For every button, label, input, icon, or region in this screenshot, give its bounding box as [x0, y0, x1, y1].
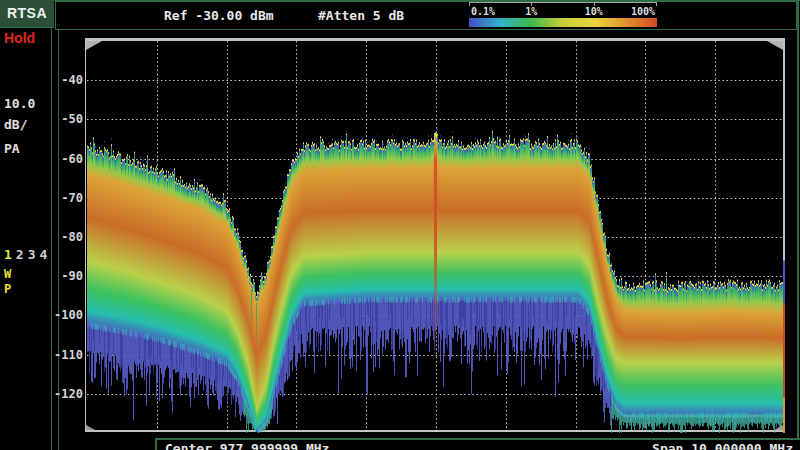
- attenuation-readout[interactable]: #Atten 5 dB: [318, 8, 404, 23]
- legend-gradient-bar: [469, 18, 657, 27]
- legend-tick: [656, 2, 657, 6]
- plot-corner-wedge: [767, 41, 783, 50]
- density-legend: 0.1%1%10%100%: [469, 1, 659, 27]
- y-axis-label: -70: [54, 191, 83, 205]
- legend-label: 0.1%: [471, 6, 495, 17]
- legend-label: 100%: [631, 6, 655, 17]
- y-axis-label: -120: [54, 387, 83, 401]
- ref-level-readout[interactable]: Ref -30.00 dBm: [164, 8, 274, 23]
- trace-write-flag: W: [4, 267, 11, 281]
- rtsa-mode-tab[interactable]: RTSA: [0, 0, 54, 28]
- center-frequency-readout[interactable]: Center 977.999999 MHz: [165, 441, 329, 450]
- y-axis-label: -60: [54, 152, 83, 166]
- plot-corner-wedge: [774, 425, 783, 430]
- trace-positive-peak-flag: P: [4, 282, 11, 296]
- trace-numbers[interactable]: 1234: [4, 247, 51, 262]
- plot-corner-wedge: [86, 425, 95, 430]
- header-bar: Ref -30.00 dBm #Atten 5 dB: [55, 1, 797, 30]
- legend-tick: [469, 2, 470, 6]
- spectrum-plot[interactable]: [85, 38, 785, 432]
- span-readout[interactable]: Span 10.000000 MHz: [652, 441, 793, 450]
- detector-readout: PA: [4, 141, 20, 156]
- footer-bar: Center 977.999999 MHz Span 10.000000 MHz: [155, 438, 800, 450]
- spectrum-density-canvas: [87, 41, 785, 433]
- y-axis-label: -100: [54, 308, 83, 322]
- legend-bracket-line: [469, 2, 657, 3]
- trace-number-active: 1: [4, 247, 16, 262]
- y-axis-label: -50: [54, 112, 83, 126]
- legend-label: 10%: [585, 6, 603, 17]
- y-axis-label: -40: [54, 73, 83, 87]
- trace-numbers-inactive: 234: [16, 247, 51, 262]
- y-axis-label: -90: [54, 269, 83, 283]
- legend-label: 1%: [525, 6, 537, 17]
- y-axis-label: -110: [54, 348, 83, 362]
- y-axis-label: -80: [54, 230, 83, 244]
- plot-corner-wedge: [86, 41, 102, 50]
- scale-per-div-value: 10.0: [4, 96, 35, 111]
- frame-right-line: [797, 0, 799, 450]
- hold-status[interactable]: Hold: [4, 30, 35, 46]
- scale-per-div-unit: dB/: [4, 117, 27, 132]
- sidebar-divider-line: [51, 28, 52, 450]
- rtsa-screen: RTSA Ref -30.00 dBm #Atten 5 dB 0.1%1%10…: [0, 0, 800, 450]
